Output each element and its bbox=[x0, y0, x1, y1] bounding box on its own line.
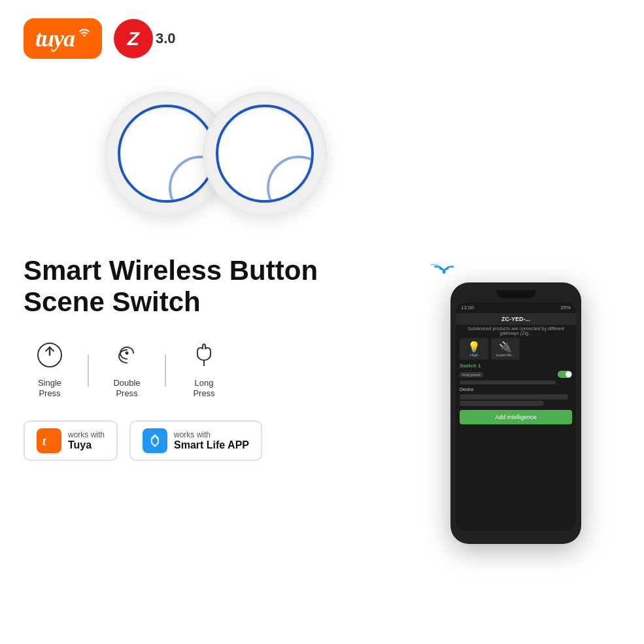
app-status-bar: 12:00 35% bbox=[456, 302, 576, 313]
header-section: tuya Z 3.0 bbox=[0, 0, 644, 72]
app-gray-bar-3 bbox=[460, 401, 544, 406]
button-inner-1 bbox=[118, 105, 216, 203]
works-with-row: t works with Tuya works with Sma bbox=[24, 420, 398, 461]
app-device-cell-2: 🔌 smart life... bbox=[491, 338, 520, 360]
long-press-label: LongPress bbox=[193, 378, 214, 400]
tuya-logo: tuya bbox=[24, 18, 102, 59]
app-section-title: Switch 1 bbox=[456, 361, 576, 369]
press-types-row: SinglePress DoublePress bbox=[24, 342, 398, 400]
app-battery: 35% bbox=[560, 305, 571, 311]
tuya-name-label: Tuya bbox=[68, 439, 105, 451]
app-time: 12:00 bbox=[461, 305, 474, 311]
zigbee-version: 3.0 bbox=[156, 30, 176, 47]
tuya-badge-icon: t bbox=[37, 428, 61, 453]
tuya-works-label: works with bbox=[68, 430, 105, 439]
single-press-icon bbox=[37, 342, 63, 374]
button-device-2 bbox=[203, 92, 327, 216]
zigbee-letter: Z bbox=[127, 27, 139, 50]
phone-with-hand: 12:00 35% ZC-YED-... Subdeviced products… bbox=[450, 282, 581, 544]
long-press-item: LongPress bbox=[178, 342, 230, 400]
app-add-button[interactable]: Add intelligence bbox=[460, 410, 572, 424]
product-title-line1: Smart Wireless Button bbox=[24, 255, 398, 286]
button-inner-2 bbox=[216, 105, 314, 203]
smartlife-works-label: works with bbox=[174, 430, 249, 439]
press-divider-2 bbox=[165, 354, 166, 387]
app-device-label-row: Device bbox=[456, 386, 576, 393]
app-subtitle: Subdeviced products are connected by dif… bbox=[456, 325, 576, 337]
left-section: Smart Wireless Button Scene Switch Singl… bbox=[24, 255, 398, 461]
tuya-badge-text: works with Tuya bbox=[68, 430, 105, 451]
app-device-label-2: smart life... bbox=[494, 353, 517, 357]
svg-point-1 bbox=[126, 351, 129, 354]
main-info-section: Smart Wireless Button Scene Switch Singl… bbox=[0, 255, 644, 544]
app-switch-row: long press bbox=[456, 369, 576, 379]
app-device-label-1: High bbox=[462, 353, 486, 357]
svg-point-3 bbox=[443, 271, 446, 274]
smartlife-badge-text: works with Smart Life APP bbox=[174, 430, 249, 451]
smartlife-name-label: Smart Life APP bbox=[174, 439, 249, 451]
tuya-logo-text: tuya bbox=[35, 25, 75, 52]
product-title: Smart Wireless Button Scene Switch bbox=[24, 255, 398, 318]
right-section: 12:00 35% ZC-YED-... Subdeviced products… bbox=[411, 255, 620, 544]
double-press-item: DoublePress bbox=[101, 342, 153, 400]
single-press-item: SinglePress bbox=[24, 342, 76, 400]
app-toggle[interactable] bbox=[558, 371, 572, 378]
press-divider-1 bbox=[88, 354, 89, 387]
phone-screen: 12:00 35% ZC-YED-... Subdeviced products… bbox=[456, 302, 576, 531]
zigbee-logo: Z 3.0 bbox=[114, 19, 176, 58]
single-press-label: SinglePress bbox=[38, 378, 61, 400]
double-press-label: DoublePress bbox=[113, 378, 140, 400]
product-title-line2: Scene Switch bbox=[24, 286, 398, 318]
app-device-label: Device bbox=[460, 387, 572, 392]
product-images-area bbox=[0, 72, 644, 242]
tuya-wifi-icon bbox=[78, 27, 90, 41]
phone-notch bbox=[496, 290, 535, 298]
works-with-tuya-badge: t works with Tuya bbox=[24, 420, 118, 461]
works-with-smartlife-badge: works with Smart Life APP bbox=[129, 420, 262, 461]
app-gray-bar-2 bbox=[460, 394, 568, 399]
app-devices-grid: 💡 High 🔌 smart life... bbox=[456, 337, 576, 361]
smartlife-badge-icon bbox=[143, 428, 167, 453]
svg-text:t: t bbox=[42, 435, 46, 448]
app-device-name: ZC-YED-... bbox=[456, 313, 576, 325]
double-press-icon bbox=[114, 342, 140, 374]
app-device-cell-1: 💡 High bbox=[460, 338, 488, 360]
long-press-icon bbox=[191, 342, 217, 374]
phone-frame: 12:00 35% ZC-YED-... Subdeviced products… bbox=[450, 282, 581, 544]
wifi-signal-icon bbox=[431, 255, 457, 277]
zigbee-circle: Z bbox=[114, 19, 153, 58]
app-long-press-badge: long press bbox=[460, 372, 483, 377]
app-gray-bar-1 bbox=[460, 381, 556, 384]
app-long-press-text: long press bbox=[462, 373, 481, 377]
